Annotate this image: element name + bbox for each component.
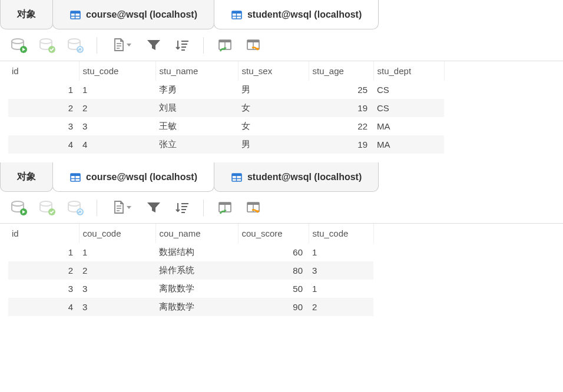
cell-stu_age[interactable]: 19 <box>309 135 373 154</box>
table-row[interactable]: 2 2 刘晨 女 19 CS <box>8 99 444 117</box>
db-run-button[interactable] <box>9 198 28 217</box>
toolbar <box>0 29 563 61</box>
tab-objects[interactable]: 对象 <box>0 162 53 192</box>
cell-id[interactable]: 1 <box>8 243 79 261</box>
panel-course: 对象 course@wsql (localhost) <box>0 162 563 317</box>
doc-dropdown-button[interactable] <box>109 36 135 55</box>
col-stu_code[interactable]: stu_code <box>79 61 155 81</box>
table-row[interactable]: 2 2 操作系统 80 3 <box>8 261 373 280</box>
svg-rect-1 <box>71 11 80 14</box>
filter-button[interactable] <box>144 36 163 55</box>
cell-cou_score[interactable]: 90 <box>238 298 309 316</box>
cell-stu_name[interactable]: 张立 <box>155 135 238 154</box>
tab-course[interactable]: course@wsql (localhost) <box>52 162 214 192</box>
cell-stu_dept[interactable]: CS <box>373 81 444 99</box>
db-run-button[interactable] <box>9 36 28 55</box>
tab-student[interactable]: student@wsql (localhost) <box>214 162 379 192</box>
cell-stu_sex[interactable]: 女 <box>238 99 309 117</box>
cell-cou_score[interactable]: 60 <box>238 243 309 261</box>
col-cou_score[interactable]: cou_score <box>238 224 309 243</box>
table-row[interactable]: 4 3 离散数学 90 2 <box>8 298 373 316</box>
doc-dropdown-button[interactable] <box>109 198 135 217</box>
table-row[interactable]: 1 1 李勇 男 25 CS <box>8 81 444 99</box>
cell-stu_code[interactable]: 3 <box>309 261 373 280</box>
db-check-button[interactable] <box>38 198 57 217</box>
table-row[interactable]: 3 3 离散数学 50 1 <box>8 280 373 298</box>
separator <box>97 200 97 216</box>
cell-id[interactable]: 4 <box>8 135 79 154</box>
table-row[interactable]: 4 4 张立 男 19 MA <box>8 135 444 154</box>
cell-stu_age[interactable]: 19 <box>309 99 373 117</box>
db-refresh-button[interactable] <box>66 36 85 55</box>
db-refresh-button[interactable] <box>66 198 85 217</box>
cell-cou_score[interactable]: 50 <box>238 280 309 298</box>
tab-student-label: student@wsql (localhost) <box>247 172 362 182</box>
col-cou_name[interactable]: cou_name <box>155 224 238 243</box>
svg-point-13 <box>77 46 84 53</box>
separator <box>97 37 97 54</box>
col-cou_code[interactable]: cou_code <box>79 224 155 243</box>
cell-stu_code[interactable]: 1 <box>309 243 373 261</box>
cell-stu_sex[interactable]: 男 <box>238 81 309 99</box>
cell-stu_code[interactable]: 1 <box>309 280 373 298</box>
cell-cou_name[interactable]: 离散数学 <box>155 298 238 316</box>
cell-stu_code[interactable]: 3 <box>79 117 155 135</box>
svg-rect-25 <box>247 40 259 42</box>
col-id[interactable]: id <box>8 61 79 81</box>
cell-stu_sex[interactable]: 女 <box>238 117 309 135</box>
cell-stu_name[interactable]: 李勇 <box>155 81 238 99</box>
table-row[interactable]: 1 1 数据结构 60 1 <box>8 243 373 261</box>
tab-course[interactable]: course@wsql (localhost) <box>52 0 214 29</box>
col-stu_age[interactable]: stu_age <box>309 61 373 81</box>
cell-id[interactable]: 1 <box>8 81 79 99</box>
cell-stu_dept[interactable]: MA <box>373 135 444 154</box>
separator <box>203 37 204 54</box>
col-id[interactable]: id <box>8 224 79 243</box>
cell-cou_score[interactable]: 80 <box>238 261 309 280</box>
cell-stu_sex[interactable]: 男 <box>238 135 309 154</box>
cell-id[interactable]: 2 <box>8 261 79 280</box>
cell-id[interactable]: 2 <box>8 99 79 117</box>
data-grid-course: id cou_code cou_name cou_score stu_code … <box>8 224 374 316</box>
col-stu_dept[interactable]: stu_dept <box>373 61 444 81</box>
svg-rect-5 <box>232 11 241 14</box>
sort-button[interactable] <box>173 36 191 55</box>
cell-cou_code[interactable]: 3 <box>79 280 155 298</box>
cell-cou_name[interactable]: 操作系统 <box>155 261 238 280</box>
cell-stu_code[interactable]: 2 <box>309 298 373 316</box>
import-button[interactable] <box>216 36 234 55</box>
col-stu_code[interactable]: stu_code <box>309 224 373 243</box>
col-stu_sex[interactable]: stu_sex <box>238 61 309 81</box>
svg-point-40 <box>77 208 84 215</box>
cell-id[interactable]: 4 <box>8 298 79 316</box>
table-row[interactable]: 3 3 王敏 女 22 MA <box>8 117 444 135</box>
cell-stu_dept[interactable]: MA <box>373 117 444 135</box>
cell-stu_code[interactable]: 4 <box>79 135 155 154</box>
cell-cou_code[interactable]: 3 <box>79 298 155 316</box>
cell-stu_name[interactable]: 刘晨 <box>155 99 238 117</box>
cell-cou_name[interactable]: 离散数学 <box>155 280 238 298</box>
cell-cou_code[interactable]: 1 <box>79 243 155 261</box>
import-button[interactable] <box>216 198 234 217</box>
col-stu_name[interactable]: stu_name <box>155 61 238 81</box>
tab-objects[interactable]: 对象 <box>0 0 53 29</box>
cell-stu_age[interactable]: 22 <box>309 117 373 135</box>
tab-objects-label: 对象 <box>17 171 36 183</box>
cell-cou_code[interactable]: 2 <box>79 261 155 280</box>
cell-stu_age[interactable]: 25 <box>309 81 373 99</box>
cell-stu_name[interactable]: 王敏 <box>155 117 238 135</box>
export-button[interactable] <box>244 198 263 217</box>
svg-rect-32 <box>232 174 241 176</box>
sort-button[interactable] <box>173 198 191 217</box>
svg-rect-49 <box>219 202 231 205</box>
filter-button[interactable] <box>144 198 163 217</box>
cell-cou_name[interactable]: 数据结构 <box>155 243 238 261</box>
cell-stu_code[interactable]: 2 <box>79 99 155 117</box>
export-button[interactable] <box>244 36 263 55</box>
cell-id[interactable]: 3 <box>8 117 79 135</box>
cell-stu_dept[interactable]: CS <box>373 99 444 117</box>
cell-id[interactable]: 3 <box>8 280 79 298</box>
db-check-button[interactable] <box>38 36 57 55</box>
tab-student[interactable]: student@wsql (localhost) <box>214 0 379 29</box>
cell-stu_code[interactable]: 1 <box>79 81 155 99</box>
